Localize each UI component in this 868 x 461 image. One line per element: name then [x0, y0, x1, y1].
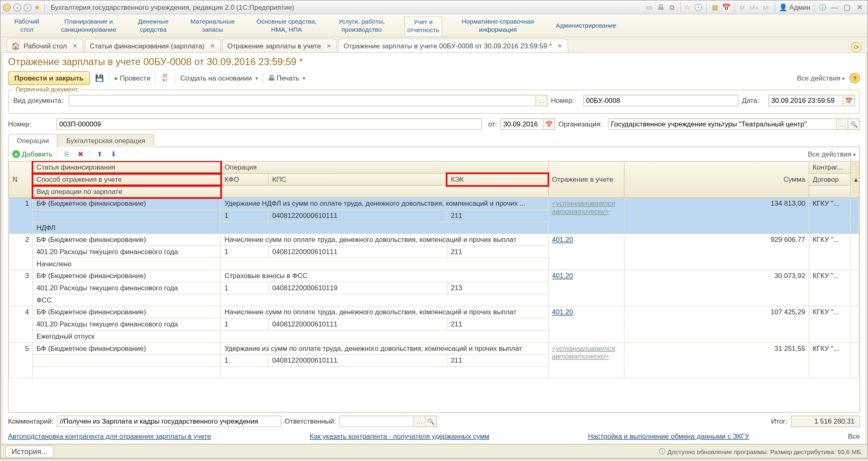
col-kfo[interactable]: КФО — [221, 173, 268, 185]
col-contract[interactable]: Договор — [809, 173, 851, 185]
section-planning[interactable]: Планирование и санкционирование — [59, 16, 119, 35]
close-button[interactable]: ✕ — [855, 3, 865, 11]
toolbar-icon-3[interactable]: ⧉ — [667, 2, 677, 12]
section-reference[interactable]: Нормативно-справочная информация — [459, 16, 536, 35]
separator — [44, 2, 45, 12]
link-auto-counterparty[interactable]: Автоподстановка контрагента для отражени… — [8, 432, 211, 440]
col-refl-method[interactable]: Способ отражения в учете — [33, 173, 220, 185]
section-money[interactable]: Денежные средства — [136, 16, 171, 35]
col-operation[interactable]: Операция — [221, 161, 548, 174]
dt-kt-icon[interactable]: ДтКт — [160, 73, 170, 83]
ot-date-input[interactable] — [500, 118, 543, 130]
cell-sum: 30 073,92 — [624, 270, 809, 306]
col-reflection[interactable]: Отражение в учете — [548, 161, 624, 198]
section-assets[interactable]: Основные средства, НМА, НПА — [254, 16, 319, 35]
close-icon[interactable]: × — [73, 41, 77, 50]
calc-icon[interactable]: ▦ — [710, 2, 720, 12]
tab-financing[interactable]: Статьи финансирования (зарплата) × — [85, 39, 221, 52]
help-icon[interactable]: ? — [849, 73, 859, 83]
group-legend: Первичный документ — [13, 86, 81, 93]
col-kps[interactable]: КПС — [268, 173, 447, 185]
all-actions-button[interactable]: Все действия — [797, 74, 845, 82]
cell-reflection: <устанавливается автоматически> — [548, 198, 624, 234]
expand-right-icon[interactable]: ⟳ — [851, 42, 861, 52]
section-admin[interactable]: Администрирование — [554, 20, 619, 31]
cell-financing: БФ (Бюджетное финансирование) — [33, 342, 220, 354]
comment-input[interactable] — [57, 415, 281, 427]
vid-doc-input[interactable] — [68, 95, 536, 106]
col-kek[interactable]: КЭК — [447, 173, 548, 185]
link-all[interactable]: Все — [848, 432, 860, 440]
col-sum[interactable]: Сумма — [624, 161, 809, 198]
footer-links: Автоподстановка контрагента для отражени… — [8, 430, 860, 441]
save-icon[interactable]: 💾 — [94, 73, 105, 83]
section-services[interactable]: Услуги, работы, производство — [336, 16, 387, 35]
post-button[interactable]: ▸Провести — [115, 74, 150, 82]
table-row[interactable]: 1 БФ (Бюджетное финансирование) Удержани… — [9, 198, 859, 210]
history-icon[interactable]: 🕓 — [694, 2, 703, 12]
post-and-close-button[interactable]: Провести и закрыть — [8, 71, 90, 85]
date-input[interactable] — [768, 95, 843, 106]
table-row[interactable]: 4 БФ (Бюджетное финансирование) Начислен… — [9, 306, 859, 318]
tab-salary-doc[interactable]: Отражение зарплаты в учете 00БУ-0008 от … — [338, 39, 568, 52]
section-materials[interactable]: Материальные запасы — [188, 16, 237, 35]
col-financing[interactable]: Статья финансирования — [33, 161, 220, 174]
number-input[interactable] — [583, 95, 739, 106]
add-button[interactable]: +Добавить — [12, 150, 52, 158]
close-icon[interactable]: × — [558, 41, 562, 50]
tab-operations[interactable]: Операции — [8, 134, 58, 147]
maximize-button[interactable]: ▢ — [842, 3, 852, 11]
table-row[interactable]: 2 БФ (Бюджетное финансирование) Начислен… — [9, 234, 859, 246]
forward-icon[interactable]: › — [24, 3, 32, 11]
search-icon[interactable]: 🔍 — [848, 118, 860, 130]
toolbar-icon-2[interactable]: 🖶 — [656, 2, 665, 12]
cell-n: 3 — [9, 270, 33, 306]
col-n[interactable]: N — [9, 161, 33, 198]
col-counterparty[interactable]: Контраг... — [809, 161, 851, 174]
table-row[interactable]: 5 БФ (Бюджетное финансирование) Удержани… — [9, 342, 859, 354]
section-desktop[interactable]: Рабочий стол — [12, 16, 42, 35]
close-icon[interactable]: × — [327, 41, 331, 50]
history-button[interactable]: История... — [5, 446, 54, 458]
print-button[interactable]: 🖶Печать — [268, 74, 305, 82]
calendar-icon[interactable]: 📅 — [843, 95, 855, 106]
link-exchange-setup[interactable]: Настройка и выполнение обмена данными с … — [588, 432, 749, 440]
number-label: Номер: — [551, 97, 580, 105]
resp-input[interactable] — [339, 415, 414, 427]
minimize-button[interactable]: — — [829, 3, 840, 11]
toolbar-icon-1[interactable]: ▭ — [645, 2, 654, 12]
star-icon[interactable]: ☆ — [684, 3, 691, 11]
cell-op-type — [33, 366, 220, 378]
calendar-icon[interactable]: 📅 — [543, 118, 555, 130]
org-input[interactable] — [608, 118, 837, 130]
select-icon[interactable]: … — [414, 415, 425, 427]
favorites-icon[interactable]: ★ — [34, 3, 41, 11]
copy-icon[interactable]: ⎘ — [62, 150, 72, 159]
move-up-icon[interactable]: ⬆ — [95, 150, 104, 159]
delete-icon[interactable]: ✖ — [76, 150, 85, 159]
operations-grid[interactable]: N Статья финансирования Операция Отражен… — [9, 161, 859, 412]
create-based-button[interactable]: Создать на основании — [180, 74, 258, 82]
calendar-icon[interactable]: 📅 — [722, 2, 731, 12]
cell-counterparty: КГКУ "... — [809, 270, 851, 306]
cell-kps: 04081220000610111 — [268, 246, 447, 258]
tab-accounting-op[interactable]: Бухгалтерская операция — [58, 134, 154, 147]
back-icon[interactable]: ‹ — [13, 3, 22, 11]
cell-reflection: 401.20 — [548, 270, 624, 306]
select-icon[interactable]: … — [536, 95, 547, 106]
info-icon[interactable]: ⓘ — [818, 2, 827, 12]
section-accounting[interactable]: Учет и отчетность — [404, 16, 442, 36]
inner-number-input[interactable] — [57, 118, 482, 130]
grid-all-actions[interactable]: Все действия — [808, 150, 856, 158]
tab-salary1[interactable]: Отражение зарплаты в учете × — [222, 39, 337, 52]
user-label[interactable]: 👤Админ — [779, 3, 810, 11]
search-icon[interactable]: 🔍 — [425, 415, 437, 427]
col-scrollbar[interactable]: ▴ — [851, 161, 859, 198]
close-icon[interactable]: × — [210, 41, 215, 50]
select-icon[interactable]: … — [837, 118, 848, 130]
table-row[interactable]: 3 БФ (Бюджетное финансирование) Страховы… — [9, 270, 859, 282]
move-down-icon[interactable]: ⬇ — [109, 150, 118, 159]
link-specify-counterparty[interactable]: Как указать контрагента - получателя уде… — [310, 432, 489, 440]
tab-desktop[interactable]: 🏠 Рабочий стол × — [7, 39, 83, 52]
col-op-type[interactable]: Вид операции по зарплате — [33, 185, 220, 198]
